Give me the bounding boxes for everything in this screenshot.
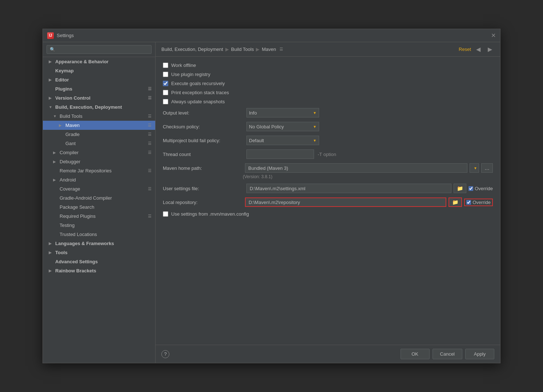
- main-content: Build, Execution, Deployment ▶ Build Too…: [156, 42, 500, 363]
- sidebar-item-compiler[interactable]: ▶ Compiler ☰: [43, 148, 155, 157]
- sidebar-item-tools[interactable]: ▶ Tools: [43, 248, 155, 257]
- help-button[interactable]: ?: [161, 350, 169, 358]
- sidebar-item-editor[interactable]: ▶ Editor: [43, 75, 155, 84]
- user-settings-input[interactable]: [246, 184, 451, 193]
- sidebar-item-label: Maven: [65, 123, 80, 128]
- sidebar-item-required-plugins[interactable]: Required Plugins ☰: [43, 212, 155, 221]
- always-update-label: Always update snapshots: [171, 99, 225, 104]
- print-exception-label: Print exception stack traces: [171, 90, 229, 95]
- sidebar-item-label: Languages & Frameworks: [55, 241, 114, 246]
- thread-count-hint: -T option: [318, 152, 336, 157]
- checksum-policy-dropdown[interactable]: No Global Policy ▼: [246, 122, 319, 131]
- user-settings-label: User settings file:: [163, 186, 243, 191]
- chevron-right-icon: ▶: [49, 60, 53, 64]
- maven-home-dropdown[interactable]: ▼: [470, 163, 479, 173]
- sidebar-item-languages[interactable]: ▶ Languages & Frameworks: [43, 239, 155, 248]
- sidebar-item-gradle[interactable]: Gradle ☰: [43, 130, 155, 139]
- sidebar-item-gant[interactable]: Gant ☰: [43, 139, 155, 148]
- nav-back-button[interactable]: ◀: [474, 45, 483, 53]
- always-update-checkbox[interactable]: [163, 99, 168, 104]
- local-repo-browse-button[interactable]: 📁: [449, 197, 462, 207]
- settings-icon: ☰: [148, 150, 152, 155]
- chevron-right-icon: ▶: [53, 151, 57, 155]
- sidebar-item-label: Build Tools: [60, 113, 83, 119]
- sidebar-item-coverage[interactable]: Coverage ☰: [43, 184, 155, 193]
- search-box: [43, 42, 155, 57]
- output-level-dropdown[interactable]: Info ▼: [246, 108, 319, 117]
- sidebar-item-version-control[interactable]: ▶ Version Control ☰: [43, 93, 155, 103]
- titlebar: IJ Settings ✕: [43, 29, 500, 42]
- sidebar-item-label: Advanced Settings: [55, 259, 98, 264]
- multiproject-dropdown[interactable]: Default ▼: [246, 136, 319, 145]
- sidebar-item-gradle-android[interactable]: Gradle-Android Compiler: [43, 193, 155, 203]
- sidebar-item-label: Tools: [55, 250, 68, 255]
- settings-panel: Work offline Use plugin registry Execute…: [156, 57, 500, 345]
- chevron-right-icon: ▶: [49, 96, 53, 100]
- execute-goals-checkbox[interactable]: [163, 81, 168, 86]
- print-exception-row: Print exception stack traces: [163, 90, 493, 95]
- dialog-footer: ? OK Cancel Apply: [156, 345, 500, 363]
- sidebar-item-label: Testing: [60, 223, 75, 228]
- local-repo-override-checkbox[interactable]: [466, 200, 471, 205]
- apply-button[interactable]: Apply: [465, 349, 494, 359]
- sidebar-item-label: Gradle-Android Compiler: [60, 195, 112, 201]
- maven-home-field: ▼ …: [245, 163, 493, 173]
- sidebar-item-build-tools[interactable]: ▼ Build Tools ☰: [43, 112, 155, 121]
- sidebar: ▶ Appearance & Behavior Keymap ▶ Editor …: [43, 42, 156, 363]
- use-plugin-registry-row: Use plugin registry: [163, 72, 493, 77]
- user-settings-field: 📁 Override: [246, 184, 493, 193]
- sidebar-item-testing[interactable]: Testing: [43, 221, 155, 230]
- sidebar-item-package-search[interactable]: Package Search: [43, 203, 155, 212]
- settings-icon: ☰: [148, 141, 152, 146]
- breadcrumb-bar: Build, Execution, Deployment ▶ Build Too…: [156, 42, 500, 57]
- sidebar-item-appearance[interactable]: ▶ Appearance & Behavior: [43, 57, 155, 66]
- breadcrumb-part-2: Build Tools: [231, 47, 254, 52]
- sidebar-item-trusted-locations[interactable]: Trusted Locations: [43, 230, 155, 239]
- sidebar-item-label: Keymap: [55, 68, 74, 73]
- sidebar-item-maven[interactable]: ▶ Maven ☰: [43, 121, 155, 130]
- work-offline-checkbox[interactable]: [163, 63, 168, 68]
- cancel-button[interactable]: Cancel: [433, 349, 462, 359]
- use-settings-checkbox[interactable]: [163, 211, 168, 217]
- local-repo-input[interactable]: [245, 197, 446, 207]
- sidebar-item-rainbow-brackets[interactable]: ▶ Rainbow Brackets: [43, 266, 155, 275]
- sidebar-item-plugins[interactable]: Plugins ☰: [43, 84, 155, 93]
- breadcrumb-sep-2: ▶: [256, 47, 260, 52]
- breadcrumb-part-1: Build, Execution, Deployment: [161, 47, 223, 52]
- work-offline-row: Work offline: [163, 63, 493, 68]
- sidebar-item-remote-jar[interactable]: Remote Jar Repositories ☰: [43, 166, 155, 175]
- maven-home-browse-button[interactable]: …: [481, 163, 493, 173]
- breadcrumb-sep-1: ▶: [225, 47, 229, 52]
- print-exception-checkbox[interactable]: [163, 90, 168, 95]
- thread-count-input[interactable]: [246, 149, 314, 159]
- user-settings-override-checkbox[interactable]: [468, 186, 473, 191]
- sidebar-item-label: Debugger: [60, 159, 80, 164]
- chevron-down-icon: ▼: [49, 105, 53, 109]
- use-settings-label: Use settings from .mvn/maven.config: [171, 211, 249, 217]
- footer-left: ?: [161, 350, 169, 358]
- sidebar-item-label: Version Control: [55, 95, 90, 101]
- user-settings-override-label: Override: [475, 186, 493, 191]
- ok-button[interactable]: OK: [401, 349, 430, 359]
- reset-button[interactable]: Reset: [459, 47, 471, 52]
- settings-dialog: IJ Settings ✕ ▶ Appearance & Behavior Ke…: [43, 29, 500, 363]
- sidebar-item-android[interactable]: ▶ Android: [43, 175, 155, 184]
- dialog-body: ▶ Appearance & Behavior Keymap ▶ Editor …: [43, 42, 500, 363]
- checksum-policy-row: Checksum policy: No Global Policy ▼: [163, 122, 493, 131]
- sidebar-item-label: Package Search: [60, 204, 94, 210]
- nav-forward-button[interactable]: ▶: [486, 45, 494, 53]
- maven-home-input[interactable]: [245, 163, 467, 173]
- dropdown-arrow-icon: ▼: [313, 139, 317, 143]
- sidebar-item-advanced-settings[interactable]: Advanced Settings: [43, 257, 155, 266]
- breadcrumb-part-3: Maven: [262, 47, 276, 52]
- use-plugin-registry-checkbox[interactable]: [163, 72, 168, 77]
- multiproject-label: Multiproject build fail policy:: [163, 138, 243, 143]
- sidebar-item-build-exec[interactable]: ▼ Build, Execution, Deployment: [43, 103, 155, 112]
- chevron-right-icon: ▶: [49, 241, 53, 245]
- sidebar-item-keymap[interactable]: Keymap: [43, 66, 155, 75]
- settings-icon: ☰: [148, 132, 152, 137]
- close-button[interactable]: ✕: [491, 33, 496, 39]
- sidebar-item-debugger[interactable]: ▶ Debugger: [43, 157, 155, 166]
- search-input[interactable]: [47, 45, 152, 54]
- user-settings-browse-button[interactable]: 📁: [454, 184, 466, 193]
